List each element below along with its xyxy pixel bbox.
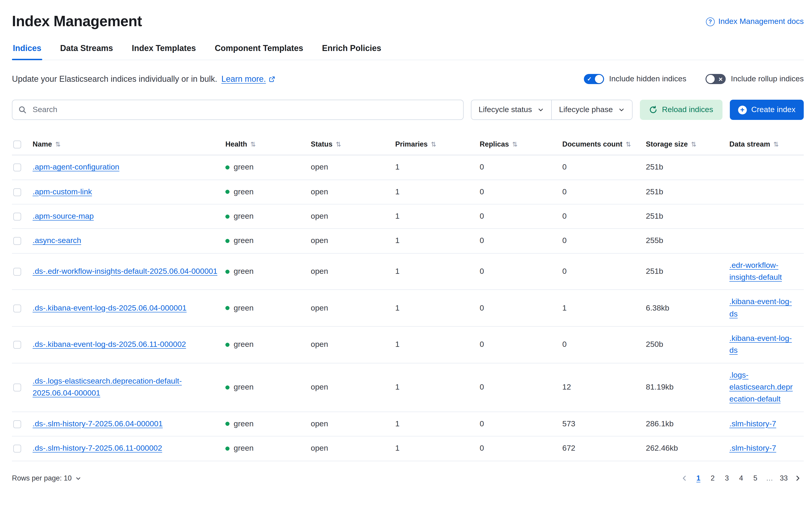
index-name-link[interactable]: .ds-.logs-elasticsearch.deprecation-defa…: [33, 377, 182, 398]
column-header-status[interactable]: Status⇅: [311, 140, 395, 148]
primaries-value: 1: [395, 186, 480, 198]
health-cell: green: [225, 210, 311, 223]
health-cell: green: [225, 442, 311, 454]
row-checkbox[interactable]: [13, 420, 21, 428]
pagination-page[interactable]: 1: [691, 471, 705, 485]
column-header-storage-size[interactable]: Storage size⇅: [646, 140, 729, 148]
chevron-down-icon: [538, 107, 544, 113]
row-checkbox-cell: [12, 266, 33, 278]
data-stream-link[interactable]: .slm-history-7: [729, 419, 776, 428]
replicas-value: 0: [480, 418, 562, 430]
chevron-down-icon: [618, 107, 625, 113]
row-checkbox[interactable]: [13, 213, 21, 220]
row-checkbox[interactable]: [13, 237, 21, 245]
docs-link[interactable]: ? Index Management docs: [706, 17, 804, 26]
search-input[interactable]: [12, 100, 464, 120]
docs-link-label: Index Management docs: [718, 17, 804, 26]
name-cell: .ds-.logs-elasticsearch.deprecation-defa…: [33, 375, 225, 400]
index-name-link[interactable]: .ds-.kibana-event-log-ds-2025.06.11-0000…: [33, 340, 186, 349]
row-checkbox[interactable]: [13, 445, 21, 452]
pagination-page[interactable]: 2: [705, 471, 720, 485]
pagination-next-button[interactable]: [792, 472, 804, 484]
refresh-icon: [649, 106, 657, 114]
index-name-link[interactable]: .apm-agent-configuration: [33, 163, 119, 172]
sort-icon: ⇅: [512, 141, 518, 148]
storage-size-value: 251b: [646, 210, 729, 223]
data-stream-link[interactable]: .slm-history-7: [729, 444, 776, 452]
status-value: open: [311, 339, 395, 351]
column-header-data-stream[interactable]: Data stream⇅: [729, 140, 804, 148]
replicas-value: 0: [480, 162, 562, 174]
replicas-value: 0: [480, 339, 562, 351]
pagination-page[interactable]: 3: [720, 471, 734, 485]
row-checkbox[interactable]: [13, 268, 21, 276]
tab-component-templates[interactable]: Component Templates: [214, 44, 304, 60]
data-stream-link[interactable]: .logs-elasticsearch.deprecation-default: [729, 371, 793, 404]
name-cell: .async-search: [33, 235, 225, 247]
row-checkbox[interactable]: [13, 341, 21, 349]
pagination: 12345…33: [678, 471, 804, 485]
reload-indices-label: Reload indices: [662, 105, 713, 114]
index-name-link[interactable]: .apm-custom-link: [33, 187, 92, 196]
tab-index-templates[interactable]: Index Templates: [131, 44, 197, 60]
pagination-prev-button[interactable]: [678, 472, 690, 484]
index-name-link[interactable]: .apm-source-map: [33, 212, 94, 220]
storage-size-value: 250b: [646, 339, 729, 351]
status-value: open: [311, 302, 395, 314]
storage-size-value: 251b: [646, 266, 729, 278]
data-stream-link[interactable]: .kibana-event-log-ds: [729, 298, 792, 318]
data-stream-link[interactable]: .edr-workflow-insights-default: [729, 261, 782, 282]
row-checkbox-cell: [12, 302, 33, 314]
index-name-link[interactable]: .ds-.slm-history-7-2025.06.11-000002: [33, 444, 162, 452]
table-row: .ds-.logs-elasticsearch.deprecation-defa…: [12, 363, 804, 412]
row-checkbox[interactable]: [13, 164, 21, 172]
health-cell: green: [225, 381, 311, 394]
create-index-button[interactable]: + Create index: [730, 100, 804, 120]
tab-indices[interactable]: Indices: [12, 44, 42, 60]
column-header-health[interactable]: Health⇅: [225, 140, 311, 148]
tab-data-streams[interactable]: Data Streams: [59, 44, 114, 60]
table-row: .apm-agent-configuration green open 1 0 …: [12, 156, 804, 180]
learn-more-link[interactable]: Learn more.: [221, 74, 275, 84]
reload-indices-button[interactable]: Reload indices: [640, 100, 722, 120]
index-name-link[interactable]: .ds-.kibana-event-log-ds-2025.06.04-0000…: [33, 303, 187, 312]
column-header-replicas[interactable]: Replicas⇅: [480, 140, 562, 148]
row-checkbox[interactable]: [13, 383, 21, 392]
pagination-page[interactable]: 33: [777, 471, 791, 485]
rows-per-page-button[interactable]: Rows per page: 10: [12, 474, 81, 482]
health-dot-icon: [225, 306, 229, 310]
documents-count-value: 0: [562, 339, 646, 351]
data-stream-link[interactable]: .kibana-event-log-ds: [729, 334, 792, 355]
pagination-page[interactable]: 4: [734, 471, 748, 485]
primaries-value: 1: [395, 210, 480, 223]
select-all-checkbox[interactable]: [13, 141, 21, 148]
row-checkbox[interactable]: [13, 304, 21, 312]
health-value: green: [234, 235, 254, 247]
health-dot-icon: [225, 385, 229, 389]
name-cell: .apm-agent-configuration: [33, 162, 225, 174]
chevron-right-icon: [794, 475, 802, 482]
index-name-link[interactable]: .async-search: [33, 236, 81, 245]
external-link-icon: [269, 75, 275, 82]
column-header-name[interactable]: Name⇅: [33, 140, 225, 148]
include-hidden-switch[interactable]: ✓: [584, 74, 604, 84]
index-name-link[interactable]: .ds-.slm-history-7-2025.06.04-000001: [33, 419, 163, 428]
status-value: open: [311, 162, 395, 174]
column-header-documents-count[interactable]: Documents count⇅: [562, 140, 646, 148]
sort-icon: ⇅: [336, 141, 341, 148]
index-name-link[interactable]: .ds-.edr-workflow-insights-default-2025.…: [33, 267, 217, 276]
column-header-primaries[interactable]: Primaries⇅: [395, 140, 480, 148]
lifecycle-status-filter[interactable]: Lifecycle status: [471, 100, 551, 120]
tab-enrich-policies[interactable]: Enrich Policies: [321, 44, 382, 60]
table-body: .apm-agent-configuration green open 1 0 …: [12, 156, 804, 461]
replicas-value: 0: [480, 381, 562, 394]
row-checkbox[interactable]: [13, 188, 21, 196]
include-rollup-switch[interactable]: ×: [705, 74, 726, 84]
intro-text: Update your Elasticsearch indices indivi…: [12, 74, 275, 84]
name-cell: .ds-.kibana-event-log-ds-2025.06.04-0000…: [33, 302, 225, 314]
lifecycle-phase-filter[interactable]: Lifecycle phase: [551, 100, 632, 120]
sort-icon: ⇅: [55, 141, 60, 148]
pagination-page[interactable]: 5: [748, 471, 763, 485]
help-icon: ?: [706, 17, 715, 26]
page-header: Index Management ? Index Management docs: [12, 13, 804, 30]
